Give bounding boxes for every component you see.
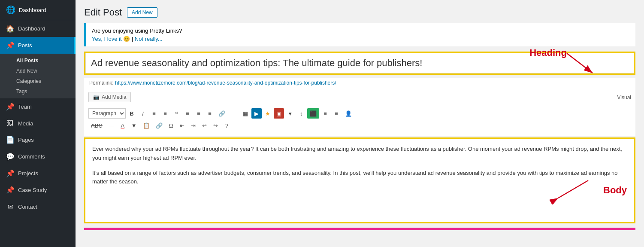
sidebar-item-team[interactable]: 📌 Team (0, 98, 76, 115)
paragraph-select[interactable]: Paragraph (88, 108, 126, 119)
omega-button[interactable]: Ω (166, 120, 176, 131)
main-content-area: Heading Permalink: https://www.monetizem… (84, 52, 635, 230)
sidebar-item-label: Comments (18, 153, 45, 160)
heading-annotation-label: Heading (529, 47, 567, 58)
notice-separator: | (132, 36, 135, 42)
permalink-label: Permalink: (89, 80, 114, 86)
red-box-button[interactable]: ▣ (274, 108, 284, 119)
bold-button[interactable]: B (127, 108, 137, 119)
align-left-button[interactable]: ≡ (182, 108, 193, 119)
sidebar-item-label: Posts (18, 42, 32, 49)
hr-button[interactable]: — (229, 108, 239, 119)
case-study-icon: 📌 (6, 186, 15, 194)
outdent-button[interactable]: ⇤ (177, 120, 187, 131)
sidebar-item-contact[interactable]: ✉ Contact (0, 198, 76, 215)
sidebar-item-label: Projects (18, 170, 38, 177)
sidebar-logo[interactable]: 🌐 Dashboard (0, 0, 76, 20)
submenu-all-posts[interactable]: All Posts (12, 55, 76, 66)
editor-paragraph-2: It's all based on a range of factors suc… (92, 169, 627, 187)
editor-paragraph-1: Ever wondered why your ad RPMs fluctuate… (92, 145, 627, 163)
sidebar-item-label: Team (18, 104, 32, 110)
dash-button[interactable]: — (106, 120, 117, 131)
star-button[interactable]: ★ (263, 108, 273, 119)
projects-icon: 📌 (6, 169, 15, 177)
editor-toolbar: 📷 Add Media Visual Paragraph B I ≡ ≡ ❝ ≡ (84, 88, 635, 136)
submenu-tags[interactable]: Tags (12, 86, 76, 97)
sidebar-item-media[interactable]: 🖼 Media (0, 115, 76, 131)
sidebar-item-label: Media (18, 120, 33, 127)
dropdown-button[interactable]: ▾ (285, 108, 295, 119)
redo-button[interactable]: ↪ (211, 120, 221, 131)
page-title-bar: Edit Post Add New (84, 7, 635, 18)
sidebar-item-dashboard[interactable]: 🏠 Dashboard (0, 20, 76, 37)
help-button[interactable]: ? (222, 120, 232, 131)
sidebar-logo-label: Dashboard (19, 7, 46, 13)
add-new-button[interactable]: Add New (127, 7, 157, 18)
sidebar-item-comments[interactable]: 💬 Comments (0, 148, 76, 165)
wp-logo-icon: 🌐 (6, 5, 15, 15)
blockquote-button[interactable]: ❝ (171, 108, 181, 119)
notice-text: Are you enjoying using Pretty Links? (92, 27, 629, 34)
undo-button[interactable]: ↩ (200, 120, 210, 131)
table-button[interactable]: ▦ (240, 108, 251, 119)
align-right-button[interactable]: ≡ (205, 108, 215, 119)
green-grid-button[interactable]: ⬛ (307, 108, 319, 119)
sidebar-item-posts[interactable]: 📌 Posts (0, 37, 76, 54)
submenu-add-new[interactable]: Add New (12, 66, 76, 76)
strikethrough-button[interactable]: ABC (88, 120, 105, 131)
paste-button[interactable]: 📋 (140, 120, 152, 131)
posts-submenu: All Posts Add New Categories Tags (0, 54, 76, 98)
indent-button[interactable]: ⇥ (188, 120, 199, 131)
media-icon: 🖼 (6, 119, 15, 127)
align2-button[interactable]: ≡ (331, 108, 342, 119)
posts-icon: 📌 (6, 41, 15, 49)
body-annotation-label: Body (603, 185, 627, 196)
align-center-button[interactable]: ≡ (194, 108, 204, 119)
toolbar-row-2: ABC — A ▼ 📋 🔗 Ω ⇤ ⇥ ↩ ↪ ? (88, 120, 631, 131)
page-title: Edit Post (84, 7, 122, 18)
person-button[interactable]: 👤 (342, 108, 354, 119)
submenu-categories[interactable]: Categories (12, 76, 76, 86)
color-button[interactable]: A (118, 120, 128, 131)
permalink-url[interactable]: https://www.monetizemore.com/blog/ad-rev… (115, 80, 336, 86)
notice-link-no[interactable]: Not really... (135, 36, 163, 42)
ol-button[interactable]: ≡ (160, 108, 170, 119)
body-editor-wrapper: Ever wondered why your ad RPMs fluctuate… (84, 137, 635, 223)
pink-divider-bar (84, 228, 635, 230)
team-icon: 📌 (6, 103, 15, 111)
editor-content[interactable]: Ever wondered why your ad RPMs fluctuate… (85, 139, 634, 198)
add-media-icon: 📷 (93, 94, 100, 100)
add-media-button[interactable]: 📷 Add Media (88, 92, 131, 102)
sidebar: 🌐 Dashboard 🏠 Dashboard 📌 Posts All Post… (0, 0, 76, 247)
sidebar-item-projects[interactable]: 📌 Projects (0, 165, 76, 182)
permalink-bar: Permalink: https://www.monetizemore.com/… (84, 78, 635, 88)
blue-arrow-button[interactable]: ▶ (251, 108, 262, 119)
sidebar-item-label: Dashboard (18, 25, 45, 32)
sidebar-item-pages[interactable]: 📄 Pages (0, 131, 76, 148)
toolbar-row-1: Paragraph B I ≡ ≡ ❝ ≡ ≡ ≡ 🔗 — ▦ ▶ ★ ▣ (88, 108, 631, 119)
italic-button[interactable]: I (138, 108, 148, 119)
notice-bar: Are you enjoying using Pretty Links? Yes… (84, 23, 635, 46)
move-button[interactable]: ↕ (296, 108, 306, 119)
comments-icon: 💬 (6, 152, 15, 161)
dashboard-icon: 🏠 (6, 24, 15, 33)
visual-tab[interactable]: Visual (617, 92, 631, 101)
sidebar-item-label: Case Study (18, 187, 47, 193)
notice-link-yes[interactable]: Yes, I love it 😊 (92, 36, 130, 42)
anchor-button[interactable]: 🔗 (153, 120, 165, 131)
main-content: Edit Post Add New Are you enjoying using… (76, 0, 644, 247)
link-button[interactable]: 🔗 (216, 108, 228, 119)
sidebar-item-case-study[interactable]: 📌 Case Study (0, 182, 76, 198)
color-picker-button[interactable]: ▼ (129, 120, 139, 131)
ul-button[interactable]: ≡ (149, 108, 159, 119)
sidebar-item-label: Contact (18, 204, 37, 210)
pages-icon: 📄 (6, 136, 15, 144)
contact-icon: ✉ (6, 203, 15, 211)
lines-button[interactable]: ≡ (320, 108, 330, 119)
sidebar-item-label: Pages (18, 137, 34, 143)
